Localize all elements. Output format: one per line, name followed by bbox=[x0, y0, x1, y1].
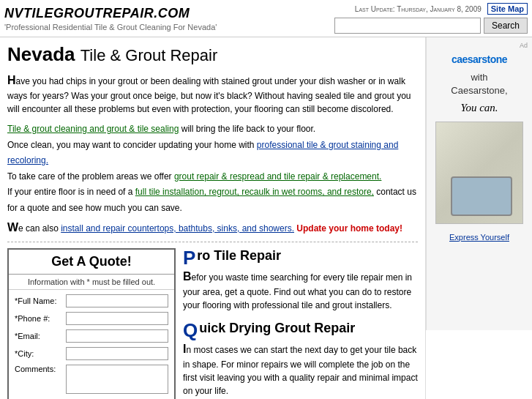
pro-drop-cap: P bbox=[183, 248, 195, 267]
repair-link[interactable]: grout repair & respread and tile repair … bbox=[174, 171, 381, 182]
comments-label: Comments: bbox=[15, 365, 66, 373]
full-name-label: *Full Name: bbox=[15, 297, 66, 305]
pro-title-rest: ro Tile Repair bbox=[197, 248, 281, 263]
sidebar: Ad caesarstone with Caesarstone, You can… bbox=[426, 37, 532, 399]
comments-row: Comments: bbox=[15, 365, 168, 394]
content-area: Nevada Tile & Grout Repair Have you had … bbox=[0, 37, 426, 399]
ad-tagline3: You can. bbox=[460, 102, 498, 114]
right-content: Pro Tile Repair Befor you waste time sea… bbox=[183, 248, 418, 399]
full-name-input[interactable] bbox=[66, 294, 168, 307]
city-row: *City: bbox=[15, 347, 168, 360]
city-input[interactable] bbox=[66, 347, 168, 360]
header: NVTILEGROUTREPAIR.COM 'Professional Resi… bbox=[0, 0, 532, 37]
links-block: Tile & grout cleaning and grout & tile s… bbox=[7, 122, 418, 217]
quote-subtext: Information with * must be filled out. bbox=[9, 275, 174, 290]
first-letter: H bbox=[7, 74, 16, 86]
quick-title-rest: uick Drying Grout Repair bbox=[199, 321, 355, 335]
sidebar-ad: Ad caesarstone with Caesarstone, You can… bbox=[426, 37, 532, 330]
intro-text: Have you had chips in your grout or been… bbox=[7, 72, 418, 116]
quote-title: Get A Quote! bbox=[9, 250, 174, 275]
pro-repair-text: Befor you waste time searching for every… bbox=[183, 268, 418, 312]
countertop-link[interactable]: install and repair countertops, bathtubs… bbox=[61, 223, 294, 234]
express-link[interactable]: Express Yourself bbox=[449, 233, 509, 242]
quick-body-text: n most cases we can start the next day t… bbox=[183, 345, 418, 396]
ad-tagline1: with Caesarstone, bbox=[451, 71, 507, 97]
pro-body-text: efor you waste time searching for every … bbox=[183, 272, 412, 310]
phone-row: *Phone #: bbox=[15, 312, 168, 325]
site-map-link[interactable]: Site Map bbox=[487, 3, 528, 15]
email-label: *Email: bbox=[15, 332, 66, 340]
phone-input[interactable] bbox=[66, 312, 168, 325]
search-area: Search bbox=[334, 18, 528, 34]
pro-repair-section: Pro Tile Repair Befor you waste time sea… bbox=[183, 248, 418, 312]
main-wrapper: Nevada Tile & Grout Repair Have you had … bbox=[0, 37, 532, 399]
logo-second: stone bbox=[482, 53, 507, 65]
site-title: NVTILEGROUTREPAIR.COM bbox=[4, 6, 217, 21]
line4-before: If your entire floor is in need of a bbox=[7, 187, 135, 197]
email-input[interactable] bbox=[66, 329, 168, 343]
site-subtitle: 'Professional Residential Tile & Grout C… bbox=[4, 23, 217, 31]
search-button[interactable]: Search bbox=[484, 18, 528, 34]
page-title: Nevada Tile & Grout Repair bbox=[7, 43, 418, 66]
update-we: We can also bbox=[7, 223, 61, 234]
search-input[interactable] bbox=[334, 18, 481, 34]
link-line-1: Tile & grout cleaning and grout & tile s… bbox=[7, 122, 418, 138]
quote-form: *Full Name: *Phone #: *Email: *City: bbox=[9, 290, 174, 399]
tagline1: with bbox=[471, 72, 487, 83]
site-title-area: NVTILEGROUTREPAIR.COM 'Professional Resi… bbox=[4, 6, 217, 31]
email-row: *Email: bbox=[15, 329, 168, 343]
full-install-link[interactable]: full tile installation, regrout, recaulk… bbox=[135, 187, 374, 197]
last-update-text: Last Update: Thursday, January 8, 2009 bbox=[355, 5, 482, 13]
pro-body-drop: B bbox=[183, 270, 192, 283]
line3-before: To take care of the problem areas we off… bbox=[7, 171, 174, 182]
line1-after: will bring the life back to your floor. bbox=[181, 124, 315, 134]
link-line-3: To take care of the problem areas we off… bbox=[7, 169, 418, 185]
phone-label: *Phone #: bbox=[15, 314, 66, 323]
header-top-right: Last Update: Thursday, January 8, 2009 S… bbox=[355, 3, 528, 15]
comments-textarea[interactable] bbox=[66, 365, 168, 394]
tagline2: Caesarstone, bbox=[451, 85, 507, 96]
update-home-today: Update your home today! bbox=[296, 223, 402, 234]
section-divider bbox=[7, 242, 418, 242]
quick-dry-title: Quick Drying Grout Repair bbox=[183, 321, 418, 336]
ad-sink-image bbox=[435, 122, 523, 224]
link-line-2: Once clean, you may want to concider upd… bbox=[7, 138, 418, 169]
sealing-link[interactable]: Tile & grout cleaning and grout & tile s… bbox=[7, 124, 179, 134]
pro-repair-title: Pro Tile Repair bbox=[183, 248, 418, 264]
nevada-word: Nevada bbox=[7, 43, 75, 65]
quick-drop-cap: Q bbox=[183, 321, 198, 340]
header-right: Last Update: Thursday, January 8, 2009 S… bbox=[334, 3, 528, 34]
quote-box: Get A Quote! Information with * must be … bbox=[7, 248, 176, 399]
quick-dry-section: Quick Drying Grout Repair In most cases … bbox=[183, 321, 418, 398]
update-line: We can also install and repair counterto… bbox=[7, 221, 418, 234]
lower-section: Get A Quote! Information with * must be … bbox=[7, 248, 418, 399]
city-label: *City: bbox=[15, 349, 66, 358]
caesarstone-logo: caesarstone bbox=[452, 53, 507, 65]
page-title-suffix: Tile & Grout Repair bbox=[80, 46, 217, 64]
page-heading: Nevada Tile & Grout Repair bbox=[7, 43, 418, 66]
link-line-4: If your entire floor is in need of a ful… bbox=[7, 184, 418, 216]
logo-first: caesar bbox=[452, 53, 482, 65]
line2-before: Once clean, you may want to concider upd… bbox=[7, 140, 257, 150]
full-name-row: *Full Name: bbox=[15, 294, 168, 307]
ad-label: Ad bbox=[520, 42, 528, 49]
quick-dry-text: In most cases we can start the next day … bbox=[183, 340, 418, 398]
